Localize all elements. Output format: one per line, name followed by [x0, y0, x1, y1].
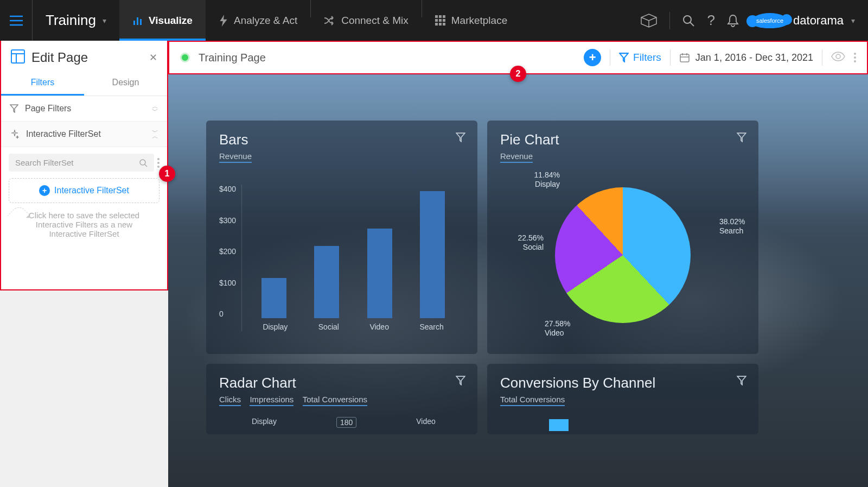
svg-point-26 [836, 54, 840, 59]
preview-icon[interactable] [831, 52, 845, 64]
calendar-icon [679, 52, 690, 63]
close-icon[interactable]: ✕ [149, 52, 157, 64]
edit-page-panel: 1 Edit Page ✕ Filters Design Page Filter… [0, 41, 168, 290]
tab-connect[interactable]: Connect & Mix [311, 0, 422, 41]
add-interactive-filterset-button[interactable]: + Interactive FilterSet [9, 178, 159, 203]
salesforce-cloud-icon: salesforce [751, 13, 789, 28]
ytick: $300 [219, 216, 236, 225]
bar-chart-icon [132, 15, 143, 26]
nav-tabs: Visualize Analyze & Act Connect & Mix Ma… [119, 0, 520, 41]
bar-video [367, 229, 392, 318]
filter-icon [10, 104, 18, 113]
widget-metric: Impressions [250, 395, 293, 406]
button-label: Filters [633, 52, 661, 64]
expand-icon[interactable]: ︿﹀ [152, 104, 158, 113]
add-widget-button[interactable]: + [584, 49, 601, 66]
page-toolbar: 2 Training Page + Filters Jan 1, 2016 - … [168, 41, 868, 74]
widget-bars[interactable]: Bars Revenue $400 $300 $200 $100 0 [206, 121, 477, 354]
collapse-icon[interactable]: ﹀︿ [152, 130, 158, 138]
chevron-down-icon: ▾ [103, 16, 106, 25]
xtick: Search [419, 322, 443, 331]
widget-conversions[interactable]: Conversions By Channel Total Conversions [487, 364, 758, 434]
widget-pie[interactable]: Pie Chart Revenue 11.84%Display 22.56%So… [487, 121, 758, 354]
tab-label: Visualize [149, 15, 193, 27]
widget-title: Radar Chart [219, 375, 464, 391]
lightning-icon [219, 15, 228, 27]
svg-line-16 [690, 22, 694, 26]
search-icon [139, 159, 148, 167]
bar-social [314, 246, 339, 318]
filters-button[interactable]: Filters [619, 52, 661, 64]
filter-icon[interactable] [456, 376, 465, 388]
shuffle-icon [324, 16, 336, 26]
svg-rect-6 [435, 15, 438, 18]
callout-2: 2 [510, 66, 526, 82]
pie-graphic [555, 187, 691, 323]
widget-title: Bars [219, 131, 464, 148]
cube-icon[interactable] [640, 14, 658, 28]
section-page-filters[interactable]: Page Filters ︿﹀ [1, 96, 167, 122]
search-filterset-input[interactable] [9, 154, 154, 172]
date-range-text: Jan 1, 2016 - Dec 31, 2021 [695, 52, 813, 64]
widget-metric: Revenue [219, 151, 252, 163]
page-title: Training Page [199, 52, 575, 64]
workspace-name: Training [46, 12, 96, 29]
ytick: $100 [219, 279, 236, 287]
workspace-selector[interactable]: Training ▾ [33, 12, 119, 29]
menu-icon[interactable] [0, 0, 33, 41]
chevron-down-icon[interactable]: ▾ [851, 16, 855, 25]
subtab-filters[interactable]: Filters [1, 71, 84, 96]
tab-label: Connect & Mix [341, 15, 409, 27]
section-interactive-filterset[interactable]: Interactive FilterSet ﹀︿ [1, 122, 167, 147]
radar-cat: Video [416, 417, 436, 428]
filter-icon[interactable] [737, 376, 746, 388]
bar-search [420, 191, 445, 318]
bar-chart: $400 $300 $200 $100 0 [219, 185, 464, 331]
widget-metric: Total Conversions [500, 395, 565, 406]
date-range-picker[interactable]: Jan 1, 2016 - Dec 31, 2021 [679, 52, 813, 64]
svg-rect-5 [140, 19, 142, 25]
svg-rect-14 [443, 23, 445, 26]
more-menu-icon[interactable] [157, 158, 159, 168]
help-icon[interactable]: ? [707, 12, 714, 29]
svg-rect-12 [435, 23, 438, 26]
divider [610, 49, 610, 66]
tab-analyze[interactable]: Analyze & Act [206, 0, 310, 41]
hint-text: Click here to save the selected Interact… [1, 211, 167, 249]
subtab-design[interactable]: Design [84, 71, 167, 96]
svg-rect-4 [137, 17, 138, 25]
xtick: Display [263, 322, 288, 331]
divider [670, 49, 671, 66]
hint-arrow-icon [8, 204, 30, 227]
search-icon[interactable] [682, 14, 695, 27]
svg-rect-3 [133, 21, 135, 25]
xtick: Video [369, 322, 389, 331]
more-menu-icon[interactable] [854, 53, 856, 62]
filter-icon[interactable] [456, 132, 465, 144]
widget-metric: Clicks [219, 395, 241, 406]
radar-value: 180 [336, 417, 356, 428]
widget-title: Conversions By Channel [500, 375, 745, 391]
bar-display [261, 278, 286, 318]
tab-marketplace[interactable]: Marketplace [422, 0, 521, 41]
conv-bar [549, 419, 569, 431]
filter-icon[interactable] [737, 132, 746, 144]
dashboard-canvas: Bars Revenue $400 $300 $200 $100 0 [168, 74, 868, 487]
svg-rect-13 [439, 23, 442, 26]
tab-label: Analyze & Act [234, 15, 297, 27]
svg-rect-7 [439, 15, 442, 18]
search-input[interactable] [15, 158, 139, 167]
divider [822, 49, 822, 66]
pie-label-search: 38.02%Search [719, 217, 763, 236]
ytick: 0 [219, 309, 236, 318]
bell-icon[interactable] [727, 14, 739, 27]
pie-label-social: 22.56%Social [500, 233, 544, 252]
widget-radar[interactable]: Radar Chart Clicks Impressions Total Con… [206, 364, 477, 434]
tab-visualize[interactable]: Visualize [119, 0, 206, 41]
svg-rect-9 [435, 19, 438, 22]
widget-metric: Revenue [500, 151, 533, 163]
pie-chart: 11.84%Display 22.56%Social 38.02%Search … [500, 174, 745, 337]
svg-rect-11 [443, 19, 445, 22]
section-label: Page Filters [25, 104, 71, 113]
panel-title: Edit Page [31, 50, 143, 65]
